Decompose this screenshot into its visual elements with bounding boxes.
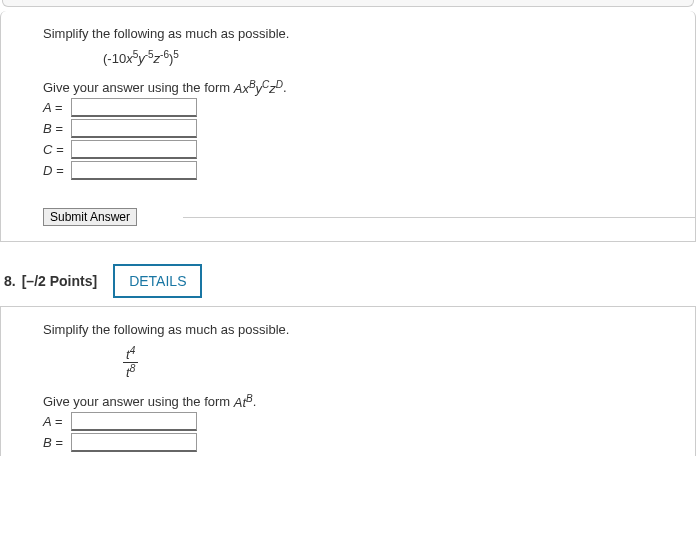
submit-answer-button[interactable]: Submit Answer [43, 208, 137, 226]
q7-C-input[interactable] [71, 140, 197, 159]
divider [183, 217, 695, 218]
q8-frac-num: t4 [126, 347, 135, 362]
q7-D-input[interactable] [71, 161, 197, 180]
q7-C-label: C = [43, 142, 71, 157]
q8-A-label: A = [43, 414, 71, 429]
q8-answer-form-expr: AtB [234, 395, 253, 410]
details-button[interactable]: DETAILS [113, 264, 202, 298]
q8-B-input[interactable] [71, 433, 197, 452]
q8-answer-form-line: Give your answer using the form AtB. [43, 392, 685, 409]
q7-expression: (-10x5y-5z-6)5 [103, 49, 685, 66]
q7-A-label: A = [43, 100, 71, 115]
q7-answer-form-expr: AxByCzD [234, 81, 283, 96]
q8-expression: t4 t8 [123, 345, 685, 381]
question-7-block: Simplify the following as much as possib… [0, 11, 696, 242]
previous-question-bottom-edge [2, 0, 694, 7]
q8-header: 8. [–/2 Points] DETAILS [0, 256, 696, 307]
q8-prompt: Simplify the following as much as possib… [43, 322, 685, 337]
q7-B-input[interactable] [71, 119, 197, 138]
q8-number: 8. [4, 273, 16, 289]
q7-prompt: Simplify the following as much as possib… [43, 26, 685, 41]
q8-B-label: B = [43, 435, 71, 450]
q8-points: [–/2 Points] [22, 273, 97, 289]
q8-A-input[interactable] [71, 412, 197, 431]
q7-D-label: D = [43, 163, 71, 178]
q7-answer-form-line: Give your answer using the form AxByCzD. [43, 78, 685, 95]
q8-frac-den: t8 [126, 365, 135, 380]
q7-A-input[interactable] [71, 98, 197, 117]
q7-answer-form-prefix: Give your answer using the form [43, 81, 234, 96]
q8-fields: A = B = [43, 412, 685, 452]
q7-B-label: B = [43, 121, 71, 136]
q7-fields: A = B = C = D = [43, 98, 685, 180]
q7-submit-area: Submit Answer [43, 208, 685, 226]
question-8-block: Simplify the following as much as possib… [0, 307, 696, 456]
q8-answer-form-prefix: Give your answer using the form [43, 395, 234, 410]
